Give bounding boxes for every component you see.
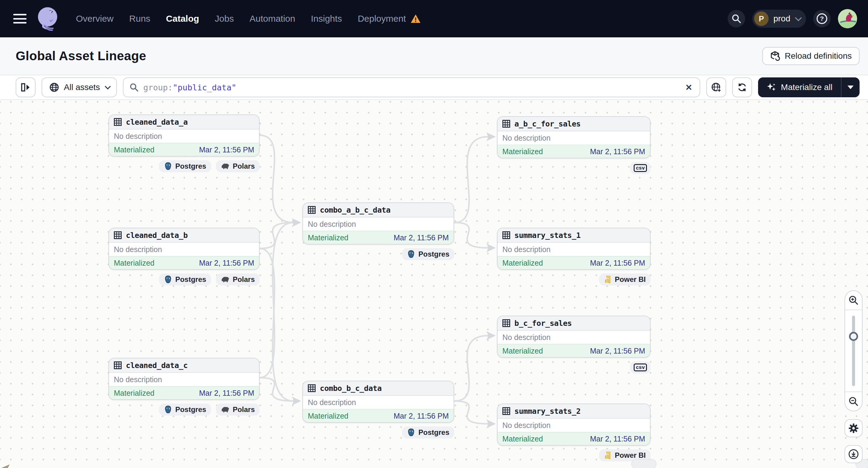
tag-csv[interactable]: csv (630, 162, 651, 174)
tag-polars[interactable]: Polars (216, 404, 259, 415)
asset-description: No description (109, 243, 259, 256)
table-icon (308, 206, 316, 214)
zoom-in-icon (848, 295, 859, 305)
asset-timestamp[interactable]: Mar 2, 11:56 PM (199, 389, 254, 398)
help-button[interactable]: ? (813, 10, 831, 27)
zoom-in-button[interactable] (845, 291, 862, 310)
csv-icon: csv (634, 164, 647, 172)
asset-description: No description (109, 129, 259, 143)
tag-postgres[interactable]: Postgres (159, 404, 211, 415)
asset-timestamp[interactable]: Mar 2, 11:56 PM (590, 259, 645, 268)
refresh-button[interactable] (732, 77, 752, 97)
asset-timestamp[interactable]: Mar 2, 11:56 PM (590, 147, 645, 156)
asset-node-combo-a-b-c-data[interactable]: combo_a_b_c_data No description Material… (302, 202, 454, 260)
postgres-icon (407, 428, 415, 437)
tag-polars[interactable]: Polars (216, 274, 259, 285)
asset-node-combo-b-c-data[interactable]: combo_b_c_data No description Materializ… (302, 381, 454, 438)
refresh-icon (737, 83, 747, 92)
download-graph-button[interactable] (844, 445, 863, 463)
global-search-button[interactable] (727, 10, 745, 27)
postgres-icon (407, 250, 415, 258)
help-icon: ? (816, 13, 828, 24)
nav-item-runs[interactable]: Runs (129, 13, 150, 24)
materialize-options-button[interactable] (841, 77, 860, 97)
asset-node-summary-stats-2[interactable]: summary_stats_2 No description Materiali… (497, 404, 651, 461)
hamburger-menu-icon[interactable] (13, 14, 27, 24)
asset-node-summary-stats-1[interactable]: summary_stats_1 No description Materiali… (497, 228, 651, 285)
tag-postgres[interactable]: Postgres (402, 427, 454, 438)
lineage-graph-canvas[interactable]: cleaned_data_a No description Materializ… (0, 100, 868, 468)
asset-status: Materialized (114, 146, 155, 154)
search-query-value: "public_data" (173, 83, 236, 92)
open-left-panel-button[interactable] (16, 77, 35, 97)
asset-timestamp[interactable]: Mar 2, 11:56 PM (590, 435, 645, 443)
asset-node-cleaned-data-a[interactable]: cleaned_data_a No description Materializ… (108, 115, 259, 172)
asset-status: Materialized (308, 233, 348, 242)
zoom-slider[interactable] (845, 310, 862, 392)
nav-item-insights[interactable]: Insights (311, 13, 342, 24)
asset-timestamp[interactable]: Mar 2, 11:56 PM (394, 412, 449, 420)
tag-csv[interactable]: csv (630, 362, 651, 373)
filter-to-group-button[interactable] (706, 77, 726, 97)
user-avatar[interactable] (838, 9, 857, 28)
tag-postgres[interactable]: Postgres (402, 248, 454, 260)
warning-icon (411, 14, 421, 23)
asset-status: Materialized (502, 259, 543, 268)
asset-name: cleaned_data_c (126, 361, 188, 370)
zoom-slider-thumb[interactable] (849, 332, 858, 341)
zoom-out-icon (848, 396, 859, 407)
tag-label: Postgres (418, 428, 450, 437)
asset-timestamp[interactable]: Mar 2, 11:56 PM (394, 233, 449, 242)
postgres-icon (164, 405, 172, 414)
reload-cube-icon (770, 51, 780, 61)
page-header: Global Asset Lineage Reload definitions (0, 37, 868, 75)
nav-item-automation[interactable]: Automation (249, 13, 295, 24)
graph-settings-button[interactable] (844, 419, 863, 437)
asset-search-input[interactable]: group:"public_data" ✕ (123, 77, 700, 97)
tag-polars[interactable]: Polars (216, 160, 259, 172)
asset-filter-dropdown[interactable]: All assets (41, 77, 117, 97)
polars-icon (221, 406, 230, 413)
tag-postgres[interactable]: Postgres (159, 160, 211, 172)
nav-item-deployment[interactable]: Deployment (358, 13, 421, 24)
asset-node-cleaned-data-b[interactable]: cleaned_data_b No description Materializ… (108, 228, 259, 285)
asset-name: cleaned_data_a (126, 118, 188, 126)
clear-search-icon[interactable]: ✕ (684, 83, 693, 92)
reload-definitions-button[interactable]: Reload definitions (762, 47, 860, 65)
asset-name: summary_stats_1 (515, 231, 581, 240)
environment-name: prod (773, 14, 790, 24)
environment-switcher[interactable]: P prod (752, 10, 806, 28)
zoom-controls (844, 290, 863, 463)
tag-postgres[interactable]: Postgres (159, 274, 211, 285)
table-icon (502, 120, 510, 128)
asset-timestamp[interactable]: Mar 2, 11:56 PM (590, 347, 645, 355)
globe-icon (50, 83, 59, 92)
asset-name: combo_a_b_c_data (320, 206, 390, 214)
nav-item-catalog[interactable]: Catalog (166, 13, 199, 24)
zoom-out-button[interactable] (845, 392, 862, 411)
nav-item-deployment-label: Deployment (358, 13, 406, 24)
materialize-all-label: Materialize all (781, 83, 833, 92)
search-icon (129, 83, 138, 92)
tag-powerbi[interactable]: Power BI (599, 274, 651, 285)
gear-icon (848, 423, 859, 433)
tag-label: Polars (233, 162, 255, 170)
zoom-slider-track (852, 316, 855, 386)
nav-right-cluster: P prod ? (727, 9, 857, 28)
materialize-all-button[interactable]: Materialize all (758, 77, 841, 97)
tag-label: Postgres (175, 162, 206, 170)
asset-node-cleaned-data-c[interactable]: cleaned_data_c No description Materializ… (108, 358, 259, 415)
powerbi-icon (604, 276, 612, 283)
asset-node-b-c-for-sales[interactable]: b_c_for_sales No description Materialize… (497, 316, 651, 373)
asset-timestamp[interactable]: Mar 2, 11:56 PM (199, 259, 254, 268)
asset-node-a-b-c-for-sales[interactable]: a_b_c_for_sales No description Materiali… (497, 116, 651, 174)
postgres-icon (164, 275, 172, 284)
dagster-logo-icon[interactable] (36, 5, 60, 32)
nav-item-overview[interactable]: Overview (76, 13, 114, 24)
asset-status: Materialized (308, 412, 348, 420)
table-icon (114, 231, 122, 239)
asset-status: Materialized (114, 259, 155, 268)
asset-timestamp[interactable]: Mar 2, 11:56 PM (199, 146, 254, 154)
table-icon (502, 407, 510, 415)
nav-item-jobs[interactable]: Jobs (215, 13, 234, 24)
